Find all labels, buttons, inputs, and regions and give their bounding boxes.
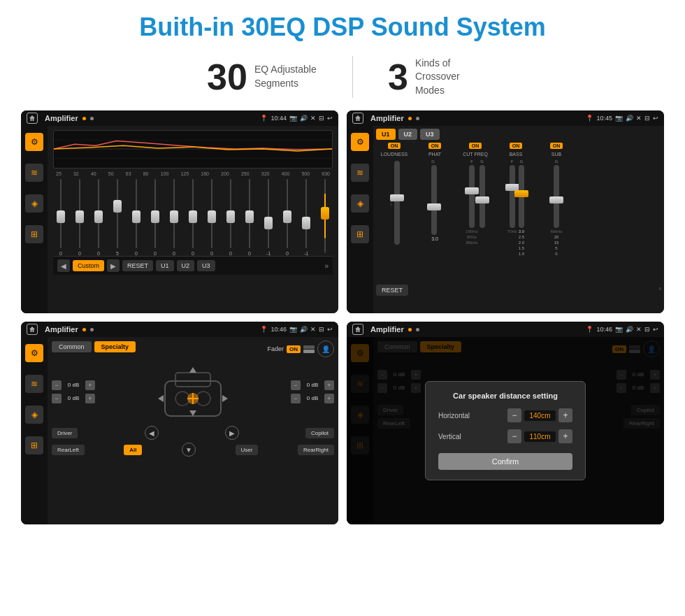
expand-icon-3[interactable]: ⊞ — [25, 436, 43, 454]
app-title-1: Amplifier — [45, 114, 78, 122]
vertical-minus[interactable]: − — [507, 429, 521, 443]
left-arrow-btn[interactable]: ◀ — [145, 426, 159, 440]
time-3: 10:46 — [271, 326, 287, 333]
status-bar-1: Amplifier 📍 10:44 📷 🔊 ✕ ⊟ ↩ — [21, 110, 338, 126]
u2-btn[interactable]: U2 — [177, 260, 195, 271]
minus-btn-0[interactable]: − — [52, 380, 62, 390]
slider-col-14[interactable] — [320, 179, 330, 256]
minus-btn-3[interactable]: − — [291, 394, 301, 403]
wave-icon[interactable]: ≋ — [25, 164, 43, 182]
cutfreq-g-slider[interactable] — [480, 165, 485, 228]
slider-col-4[interactable]: 0 — [131, 179, 141, 256]
minus-btn-1[interactable]: − — [52, 394, 62, 403]
speaker-icon-3[interactable]: ◈ — [25, 406, 43, 424]
slider-col-7[interactable]: 0 — [188, 179, 198, 256]
sub-col: ON SUB G 60kHz 20 15 5 0 — [538, 143, 575, 279]
wave-icon-3[interactable]: ≋ — [25, 375, 43, 393]
cross-bottom: RESET 0 — [376, 282, 661, 296]
home-icon-1[interactable] — [27, 113, 38, 124]
plus-btn-0[interactable]: + — [85, 380, 95, 390]
fader-on-badge: ON — [287, 345, 301, 353]
plus-btn-2[interactable]: + — [324, 380, 334, 390]
slider-col-11[interactable]: -1 — [264, 179, 273, 256]
left-icons-3: ⚙ ≋ ◈ ⊞ — [21, 337, 48, 524]
person-icon[interactable]: 👤 — [317, 341, 334, 357]
u2-preset[interactable]: U2 — [398, 129, 418, 140]
speaker-icon-2[interactable]: ◈ — [351, 194, 369, 213]
sub-slider[interactable] — [554, 165, 559, 228]
svg-marker-11 — [189, 410, 196, 416]
cross-reset-btn[interactable]: RESET — [376, 285, 408, 296]
loudness-slider[interactable] — [394, 161, 400, 245]
slider-col-1[interactable]: 0 — [75, 179, 85, 256]
page-title: Buith-in 30EQ DSP Sound System — [0, 0, 685, 49]
slider-col-13[interactable]: -1 — [301, 179, 311, 256]
phat-slider[interactable] — [431, 165, 437, 235]
status-bar-3: Amplifier 📍 10:46 📷 🔊 ✕ ⊟ ↩ — [21, 322, 338, 337]
expand-icon[interactable]: ⊞ — [25, 225, 43, 243]
expand-icon-2[interactable]: ⊞ — [351, 225, 369, 243]
db-val-2: 0 dB — [303, 382, 322, 388]
car-diagram — [151, 360, 235, 423]
slider-col-12[interactable]: 0 — [282, 179, 292, 256]
vertical-value: 110cm — [524, 431, 556, 442]
slider-col-0[interactable]: 0 — [56, 179, 66, 256]
home-icon-2[interactable] — [352, 113, 363, 124]
custom-btn[interactable]: Custom — [73, 260, 104, 271]
confirm-button[interactable]: Confirm — [438, 453, 572, 470]
slider-col-6[interactable]: 0 — [169, 179, 179, 256]
eq-icon-3[interactable]: ⚙ — [25, 344, 43, 362]
u1-preset[interactable]: U1 — [376, 129, 396, 140]
app-title-2: Amplifier — [370, 114, 404, 122]
home-icon-4[interactable] — [352, 324, 363, 335]
vertical-plus[interactable]: + — [558, 429, 572, 443]
driver-btn[interactable]: Driver — [52, 428, 78, 438]
cross-presets: U1 U2 U3 — [376, 129, 661, 140]
horizontal-plus[interactable]: + — [558, 408, 572, 422]
cutfreq-col: ON CUT FREQ F 100Hz 90Hz 80kHz — [457, 143, 493, 279]
common-tab[interactable]: Common — [52, 341, 92, 352]
user-btn[interactable]: User — [236, 445, 259, 455]
screen3-top: Common Specialty Fader ON 👤 — [52, 341, 334, 357]
slider-col-2[interactable]: 0 — [94, 179, 103, 256]
screen-crossover: Amplifier 📍 10:45 📷 🔊 ✕ ⊟ ↩ ⚙ ≋ ◈ ⊞ — [347, 110, 664, 313]
speaker-icon[interactable]: ◈ — [25, 194, 43, 213]
slider-col-8[interactable]: 0 — [207, 179, 217, 256]
u3-btn[interactable]: U3 — [197, 260, 215, 271]
bass-g-slider[interactable] — [519, 165, 524, 228]
slider-col-10[interactable]: 0 — [245, 179, 254, 256]
wave-icon-2[interactable]: ≋ — [351, 164, 369, 182]
down-arrow-btn[interactable]: ▼ — [182, 443, 196, 457]
all-btn[interactable]: All — [124, 445, 142, 455]
slider-col-9[interactable]: 0 — [226, 179, 236, 256]
eq-icon-2[interactable]: ⚙ — [351, 133, 369, 151]
u3-preset[interactable]: U3 — [420, 129, 440, 140]
horizontal-minus[interactable]: − — [507, 408, 521, 422]
vertical-label: Vertical — [438, 433, 461, 440]
right-arrow-btn[interactable]: ▶ — [225, 426, 239, 440]
reset-btn[interactable]: RESET — [122, 260, 153, 271]
dialog-title: Car speaker distance setting — [438, 392, 572, 400]
next-btn[interactable]: ▶ — [107, 259, 120, 272]
screen4-body: ⚙ ≋ ◈ ⊞ Common Specialty ON — [347, 337, 664, 524]
stat-label-cross: Kinds of Crossover Modes — [415, 57, 478, 98]
rearright-btn[interactable]: RearRight — [298, 445, 334, 455]
cutfreq-f-slider[interactable] — [469, 165, 475, 228]
slider-col-5[interactable]: 0 — [150, 179, 160, 256]
loudness-col: ON LOUDNESS – – — [376, 143, 412, 279]
eq-icon[interactable]: ⚙ — [25, 133, 43, 151]
copilot-btn[interactable]: Copilot — [305, 428, 334, 438]
u1-btn[interactable]: U1 — [156, 260, 174, 271]
rearleft-btn[interactable]: RearLeft — [52, 445, 85, 455]
specialty-tab[interactable]: Specialty — [94, 341, 136, 352]
stat-block-eq: 30 EQ Adjustable Segments — [172, 56, 352, 98]
prev-btn[interactable]: ◀ — [57, 259, 70, 272]
slider-col-3[interactable]: 5 — [113, 179, 122, 256]
plus-btn-3[interactable]: + — [324, 394, 334, 403]
home-icon-3[interactable] — [27, 324, 38, 335]
stats-row: 30 EQ Adjustable Segments 3 Kinds of Cro… — [0, 49, 685, 110]
status-dot-3 — [82, 328, 86, 331]
minus-btn-2[interactable]: − — [291, 380, 301, 390]
right-db-controls: − 0 dB + − 0 dB + — [291, 380, 334, 403]
plus-btn-1[interactable]: + — [85, 394, 95, 403]
